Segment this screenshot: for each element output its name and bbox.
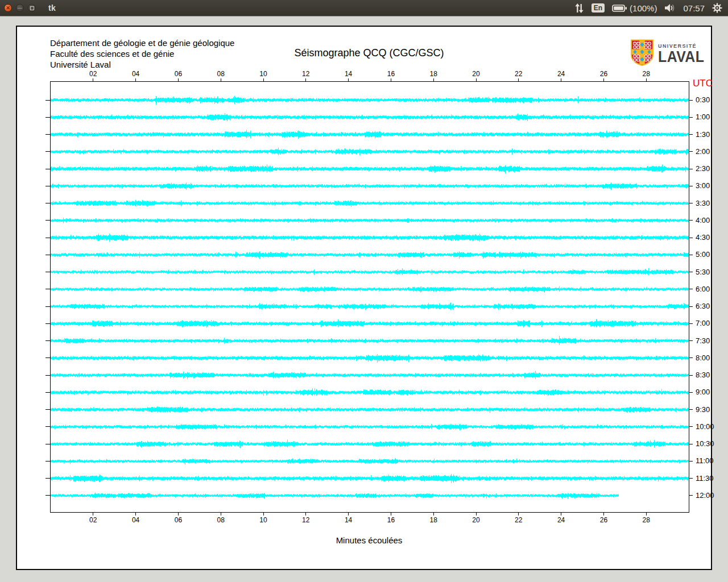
close-button[interactable]: ✕ — [4, 4, 12, 12]
x-tick-label-bottom: 08 — [212, 516, 229, 524]
x-tick-label-bottom: 06 — [169, 516, 187, 524]
row-tick-left — [46, 444, 50, 444]
x-tick-top — [603, 78, 604, 82]
x-tick-top — [305, 78, 306, 82]
logo-word-large: LAVAL — [658, 49, 704, 65]
maximize-button[interactable] — [28, 4, 36, 12]
x-tick-top — [348, 78, 349, 82]
x-tick-label-bottom: 20 — [468, 516, 485, 524]
x-tick-top — [476, 78, 477, 82]
row-tick-left — [46, 392, 50, 393]
battery-percent: (100%) — [630, 3, 657, 13]
x-tick-bottom — [263, 512, 264, 516]
row-tick-right — [689, 495, 693, 496]
row-tick-left — [46, 461, 50, 462]
row-tick-right — [689, 117, 693, 118]
x-axis-title: Minutes écoulées — [50, 535, 688, 545]
utc-time-label: 8:00 — [696, 354, 710, 363]
session-gear-icon[interactable] — [712, 3, 722, 13]
utc-time-label: 6:30 — [696, 302, 710, 311]
utc-time-label: 9:30 — [696, 405, 710, 414]
x-tick-label-top: 14 — [340, 70, 357, 78]
row-tick-left — [46, 272, 50, 272]
row-tick-right — [689, 478, 693, 479]
x-tick-bottom — [561, 512, 561, 516]
utc-time-label: 3:00 — [696, 181, 710, 190]
utc-time-label: 1:00 — [696, 113, 710, 122]
row-tick-right — [689, 375, 693, 376]
utc-time-label: 11:00 — [696, 456, 714, 465]
row-tick-right — [689, 426, 693, 427]
utc-time-label: 10:30 — [696, 439, 714, 448]
row-tick-left — [46, 169, 50, 169]
row-tick-left — [46, 100, 50, 101]
x-tick-label-bottom: 28 — [638, 516, 655, 524]
row-tick-left — [46, 117, 50, 118]
x-tick-label-top: 20 — [468, 70, 485, 78]
row-tick-right — [689, 220, 693, 221]
x-tick-label-bottom: 24 — [553, 516, 570, 524]
x-tick-label-top: 08 — [212, 70, 229, 78]
institution-line-3: Université Laval — [50, 59, 234, 70]
x-tick-top — [178, 78, 179, 82]
utc-time-label: 3:30 — [696, 199, 710, 208]
x-tick-bottom — [348, 512, 349, 516]
volume-icon[interactable] — [664, 3, 676, 13]
x-tick-label-bottom: 04 — [127, 516, 144, 524]
row-tick-left — [46, 323, 50, 324]
row-tick-left — [46, 255, 50, 255]
clock[interactable]: 07:57 — [683, 3, 705, 13]
row-tick-left — [46, 340, 50, 341]
utc-time-label: 4:30 — [696, 233, 710, 242]
row-tick-left — [46, 289, 50, 289]
x-tick-bottom — [221, 512, 221, 516]
x-tick-top — [646, 78, 647, 82]
row-tick-right — [689, 323, 693, 324]
x-tick-label-bottom: 10 — [255, 516, 272, 524]
x-tick-bottom — [178, 512, 179, 516]
utc-time-label: 0:30 — [696, 95, 710, 105]
row-tick-left — [46, 203, 50, 203]
x-tick-bottom — [433, 512, 434, 516]
x-tick-top — [433, 78, 434, 82]
x-tick-top — [518, 78, 519, 82]
x-tick-bottom — [518, 512, 519, 516]
row-tick-right — [689, 151, 693, 152]
utc-time-label: 8:30 — [696, 371, 710, 380]
row-tick-right — [689, 409, 693, 410]
minimize-button[interactable]: — — [16, 4, 24, 12]
x-tick-label-bottom: 02 — [85, 516, 102, 524]
laval-wordmark: UNIVERSITÉ LAVAL — [658, 43, 708, 65]
utc-time-label: 4:00 — [696, 216, 710, 225]
row-tick-right — [689, 444, 693, 444]
network-sync-icon[interactable] — [574, 3, 584, 13]
x-tick-label-bottom: 16 — [382, 516, 399, 524]
keyboard-layout-indicator[interactable]: En — [592, 3, 605, 13]
utc-time-label: 2:00 — [696, 147, 710, 156]
system-tray: En (100%) 07:57 — [574, 3, 728, 13]
seismogram-traces-canvas — [51, 82, 689, 512]
x-tick-bottom — [476, 512, 477, 516]
x-tick-bottom — [391, 512, 391, 516]
row-tick-right — [689, 306, 693, 307]
utc-time-label: 10:00 — [696, 422, 714, 431]
row-tick-right — [689, 169, 693, 169]
x-tick-label-top: 02 — [85, 70, 102, 78]
x-tick-top — [221, 78, 221, 82]
utc-axis-title: UTC — [693, 78, 713, 89]
row-tick-right — [689, 392, 693, 393]
x-tick-label-top: 06 — [169, 70, 187, 78]
page-title: Séismographe QCQ (CGC/GSC) — [50, 47, 688, 59]
row-tick-right — [689, 272, 693, 272]
row-tick-right — [689, 357, 693, 358]
battery-indicator[interactable]: (100%) — [612, 3, 657, 13]
x-tick-label-top: 04 — [127, 70, 144, 78]
row-tick-left — [46, 478, 50, 479]
row-tick-left — [46, 306, 50, 307]
row-tick-right — [689, 340, 693, 341]
laval-shield-icon — [630, 39, 654, 68]
titlebar: ✕ — tk En (100%) — [0, 0, 728, 16]
x-tick-label-bottom: 26 — [595, 516, 612, 524]
x-tick-label-top: 18 — [425, 70, 442, 78]
utc-time-label: 12:00 — [696, 491, 714, 500]
